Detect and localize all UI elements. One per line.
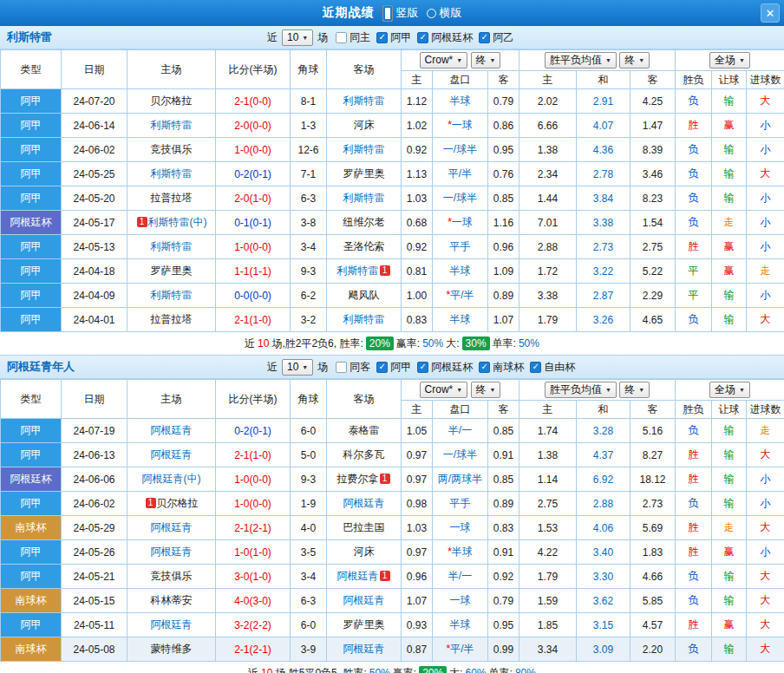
goals-result-cell: 小 [747,211,784,235]
radio-horizontal-label: 横版 [440,5,462,21]
radio-vertical-label: 竖版 [396,5,419,21]
eu-draw-odds-cell: 3.62 [577,589,630,613]
match-count-select[interactable]: 10▼ [282,29,313,46]
ah-final-select[interactable]: 终▼ [471,382,501,398]
eu-home-odds-cell: 1.38 [519,443,577,467]
filter-checkbox-checked[interactable]: ✓阿甲 [376,30,411,45]
score-cell: 1-0(1-0) [216,540,291,565]
goals-result-cell: 小 [747,540,784,565]
games-label: 场 [317,30,328,45]
checkbox-icon[interactable]: ✓ [479,362,490,373]
eu-average-select[interactable]: 胜平负均值▼ [545,52,617,69]
match-count-select[interactable]: 10▼ [282,359,313,376]
date-cell: 24-06-02 [62,492,127,516]
league-type-cell: 南球杯 [1,516,62,540]
full-match-select[interactable]: 全场▼ [709,382,750,398]
goals-result-cell: 大 [747,565,784,589]
radio-selected-icon[interactable] [382,5,393,22]
league-type-cell: 阿甲 [1,565,62,589]
eu-final-select[interactable]: 终▼ [619,52,650,69]
match-row: 南球杯24-05-29阿根廷青2-1(2-1)4-0巴拉圭国1.03一球0.83… [1,516,784,540]
filter-checkbox-unchecked[interactable]: 同客 [336,360,370,375]
ah-away-odds-cell: 0.95 [488,138,519,162]
handicap-result-cell: 输 [712,186,747,211]
eu-final-select[interactable]: 终▼ [619,382,650,398]
radio-horizontal-layout[interactable]: 横版 [427,5,462,21]
eu-draw-odds-cell: 3.28 [577,419,630,443]
eu-away-odds-cell: 1.54 [630,211,676,235]
corner-cell: 9-3 [291,259,327,284]
ah-line-cell: 两/两球半 [433,467,488,492]
checkbox-icon[interactable]: ✓ [376,362,388,373]
score-cell: 1-1(1-1) [216,259,291,284]
eu-average-select[interactable]: 胜平负均值▼ [545,382,617,398]
radio-vertical-layout[interactable]: 竖版 [382,5,419,22]
league-type-cell: 阿甲 [1,259,62,284]
ah-away-odds-cell: 0.85 [488,419,519,443]
ah-line-cell: 一/球半 [433,186,488,211]
ah-line-cell: 半球 [433,259,488,284]
col-home: 主场 [127,50,216,89]
eu-away-odds-cell: 5.85 [630,589,676,613]
ah-away-odds-cell: 0.96 [488,235,519,259]
chevron-down-icon: ▼ [456,57,462,63]
col-handicap: 让球 [712,71,747,89]
handicap-result-cell: 输 [712,589,747,613]
league-type-cell: 阿甲 [1,540,62,565]
ah-away-odds-cell: 0.91 [488,540,519,565]
away-team-cell: 河床 [327,540,402,565]
eu-away-odds-cell: 8.27 [630,443,676,467]
checkbox-icon[interactable]: ✓ [479,32,490,43]
full-match-select[interactable]: 全场▼ [709,52,750,69]
filter-checkbox-checked[interactable]: ✓阿根廷杯 [417,30,473,45]
ah-line-cell: *平/半 [433,637,488,662]
filter-checkbox-checked[interactable]: ✓自由杯 [530,360,575,375]
section-header: 阿根廷青年人 近 10▼ 场 同客✓阿甲✓阿根廷杯✓南球杯✓自由杯 [0,356,784,379]
match-row: 阿甲24-07-19阿根廷青0-2(0-1)6-0泰格雷1.05半/一0.851… [1,419,784,443]
ah-home-odds-cell: 1.03 [402,516,433,540]
checkbox-icon[interactable] [336,32,347,43]
filter-checkbox-checked[interactable]: ✓阿根廷杯 [417,360,473,375]
filter-label: 同客 [350,360,370,375]
filter-checkbox-checked[interactable]: ✓阿乙 [479,30,513,45]
goals-result-cell: 大 [747,613,784,637]
eu-draw-odds-cell: 2.78 [577,162,630,186]
score-cell: 0-2(0-1) [216,162,291,186]
result-cell: 负 [676,492,712,516]
checkbox-icon[interactable]: ✓ [417,362,428,373]
bookmaker-select[interactable]: Crow*▼ [420,52,468,69]
goals-result-cell: 走 [747,419,784,443]
filter-checkbox-checked[interactable]: ✓南球杯 [479,360,524,375]
league-badge: 阿甲 [1,540,61,564]
filter-checkbox-unchecked[interactable]: 同主 [336,30,370,45]
checkbox-icon[interactable]: ✓ [530,362,541,373]
checkbox-icon[interactable] [336,362,347,373]
away-team-cell: 拉费尔拿1 [327,467,402,492]
result-cell: 平 [676,259,712,284]
ah-line-cell: 半球 [433,89,488,114]
filter-group: 同客✓阿甲✓阿根廷杯✓南球杯✓自由杯 [336,360,575,375]
league-badge: 南球杯 [1,516,61,539]
col-eu-draw: 和 [577,401,630,419]
league-badge: 阿甲 [1,308,61,331]
score-cell: 0-1(0-1) [216,211,291,235]
goals-result-cell: 大 [747,589,784,613]
bookmaker-select[interactable]: Crow*▼ [420,382,468,398]
red-card-badge: 1 [137,217,147,227]
eu-away-odds-cell: 2.29 [630,284,676,308]
summary-segment: 单率: [493,336,516,351]
filter-bar: 近 10▼ 场 同客✓阿甲✓阿根廷杯✓南球杯✓自由杯 [267,359,575,376]
checkbox-icon[interactable]: ✓ [417,32,428,43]
home-team-cell: 阿根廷青 [127,613,216,637]
away-team-cell: 阿根廷青 [327,637,402,662]
radio-icon[interactable] [427,9,436,18]
home-team-cell: 罗萨里奥 [127,259,216,284]
checkbox-icon[interactable]: ✓ [376,32,388,43]
ah-final-select[interactable]: 终▼ [471,52,501,69]
ah-line-cell: *一球 [433,114,488,138]
close-button[interactable]: ✕ [761,3,780,23]
eu-home-odds-cell: 3.34 [519,637,577,662]
filter-checkbox-checked[interactable]: ✓阿甲 [376,360,411,375]
match-row: 阿甲24-05-13利斯特雷1-0(0-0)3-4圣洛伦索0.92平手0.962… [1,235,784,259]
away-team-cell: 阿根廷青 [327,589,402,613]
